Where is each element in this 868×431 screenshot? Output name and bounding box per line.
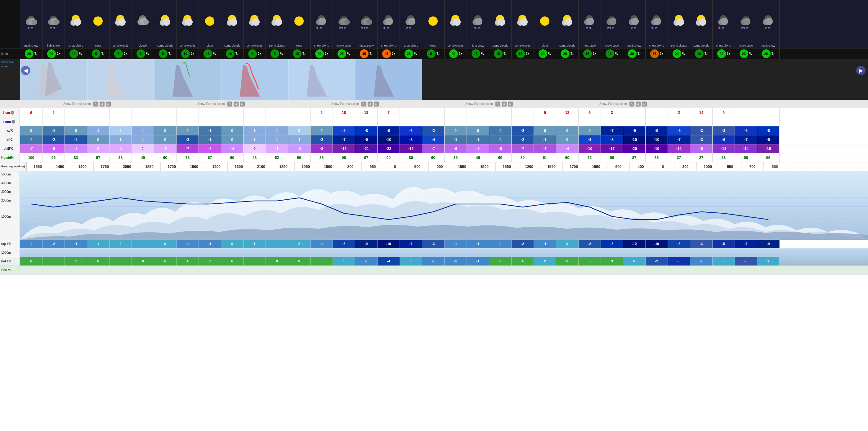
max-29: -5 (668, 126, 690, 135)
svg-point-27 (205, 17, 214, 26)
snow-cm-21: - (489, 108, 512, 117)
hum-29: 37 (668, 153, 690, 162)
min-31: -6 (713, 135, 735, 144)
rain-14: - (333, 117, 355, 126)
rain-6: - (154, 117, 177, 126)
rain-23: - (534, 117, 556, 126)
hum-33: 96 (757, 153, 780, 162)
chill-33: -16 (757, 144, 780, 153)
weather-icons-row: ❄ ❄ ❄ ❄ (0, 0, 868, 44)
map-5[interactable] (355, 59, 422, 100)
svg-point-106 (743, 18, 750, 25)
max-18: -2 (422, 126, 444, 135)
cond-7: some clouds (177, 44, 199, 48)
min-9: 0 (221, 135, 244, 144)
svg-text:❄  ❄: ❄ ❄ (651, 26, 657, 29)
hum-26: 98 (601, 153, 623, 162)
tl-15: -9 (355, 240, 377, 248)
max-8: -1 (199, 126, 221, 135)
snow-cm-31: 9 (713, 108, 735, 117)
bl-1: 6 (42, 257, 65, 265)
hum-20: 46 (467, 153, 489, 162)
hum-12: 55 (288, 153, 311, 162)
bl-4: 3 (110, 257, 132, 265)
tl-16: -10 (377, 240, 400, 248)
rain-11: - (266, 117, 288, 126)
frz-19: 1550 (451, 163, 473, 171)
chill-12: -3 (288, 144, 311, 153)
rain-31: - (713, 117, 735, 126)
map-0[interactable] (20, 59, 87, 100)
chill-15: -21 (355, 144, 377, 153)
svg-point-23 (163, 18, 170, 26)
map-4[interactable] (288, 59, 355, 100)
max-21: -1 (489, 126, 512, 135)
chill-28: -19 (646, 144, 668, 153)
max-19: 0 (444, 126, 467, 135)
map-1[interactable] (87, 59, 154, 100)
max-20: 0 (467, 126, 489, 135)
min-5: 1 (132, 135, 154, 144)
rain-0: - (20, 117, 42, 126)
tl-33: -9 (757, 240, 780, 248)
svg-text:❄  ❄: ❄ ❄ (383, 26, 389, 29)
chill-4: -1 (110, 144, 132, 153)
svg-point-77 (565, 18, 572, 26)
min-3: 0 (87, 135, 110, 144)
snow-cm-3: - (87, 108, 110, 117)
chill-11: -1 (266, 144, 288, 153)
hum-11: 52 (266, 153, 288, 162)
svg-point-60 (428, 17, 438, 26)
nav-left-button[interactable]: ◀ (21, 66, 30, 75)
humid-label: Humid% (0, 153, 20, 162)
map-3[interactable] (221, 59, 288, 100)
frz-1: 1450 (49, 163, 71, 171)
svg-point-110 (765, 18, 773, 25)
cond-21: some clouds (489, 44, 512, 48)
bl-27: 0 (623, 257, 646, 265)
min-6: 0 (154, 135, 177, 144)
rain-25: - (579, 117, 601, 126)
icon-cell-7 (177, 0, 199, 44)
snow-cm-17: - (400, 108, 422, 117)
tl-29: -6 (668, 240, 690, 248)
rain-7: - (177, 117, 199, 126)
freeze-label: Freezing level (m) (0, 163, 27, 171)
min-25: -4 (579, 135, 601, 144)
sea-level-label: Sea lvl (0, 266, 20, 274)
hum-24: 60 (556, 153, 579, 162)
frz-14: 800 (339, 163, 362, 171)
map-2[interactable] (154, 59, 221, 100)
bot-lift-row: bot lift 6 6 7 6 3 8 6 4 7 6 3 8 8 5 1 -… (0, 257, 868, 266)
frz-12: 1950 (295, 163, 317, 171)
rain-24: - (556, 117, 579, 126)
svg-point-66 (475, 18, 483, 25)
hum-25: 72 (579, 153, 601, 162)
chill-19: -6 (444, 144, 467, 153)
more-link[interactable]: More (1, 65, 19, 68)
frz-24: 1700 (563, 163, 585, 171)
hum-9: 69 (221, 153, 244, 162)
max-25: 0 (579, 126, 601, 135)
chill-18: -7 (422, 144, 444, 153)
tl-4: 2 (110, 240, 132, 248)
max-15: -8 (355, 126, 377, 135)
rain-22: - (512, 117, 534, 126)
tl-1: -2 (42, 240, 65, 248)
min-4: 1 (110, 135, 132, 144)
snow-cm-28: - (646, 108, 668, 117)
max-9: 0 (221, 126, 244, 135)
cond-18: clear (422, 44, 444, 48)
hum-4: 38 (110, 153, 132, 162)
snow-cm-9: - (221, 108, 244, 117)
cond-28: snow shwrs (646, 44, 668, 48)
cond-31: snow shwrs (713, 44, 735, 48)
nav-right-button[interactable]: ▶ (856, 66, 866, 75)
wind-10: 5↻ (244, 49, 266, 59)
snow-cm-2: - (65, 108, 87, 117)
frz-22: 1200 (518, 163, 540, 171)
max-11: 1 (266, 126, 288, 135)
cond-33: mod. snow (757, 44, 780, 48)
min-27: -10 (623, 135, 646, 144)
hum-22: 80 (512, 153, 534, 162)
